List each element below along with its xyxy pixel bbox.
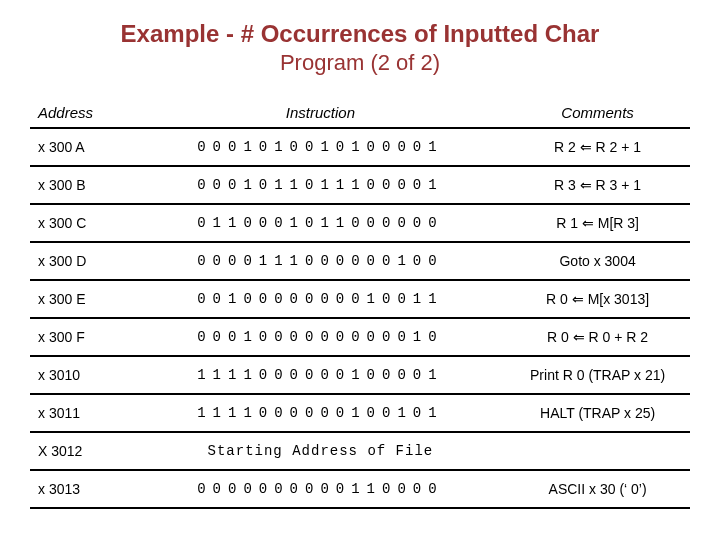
cell-address: x 3010 [30, 356, 136, 394]
program-table: Address Instruction Comments x 300 A0001… [30, 94, 690, 509]
cell-address: X 3012 [30, 432, 136, 470]
cell-instruction: 0110001011000000 [136, 204, 506, 242]
col-header-address: Address [30, 94, 136, 128]
cell-instruction: 0000111000000100 [136, 242, 506, 280]
cell-address: x 300 B [30, 166, 136, 204]
cell-instruction: 1111000000100001 [136, 356, 506, 394]
col-header-comments: Comments [505, 94, 690, 128]
table-row: x 30101111000000100001Print R 0 (TRAP x … [30, 356, 690, 394]
slide-subtitle: Program (2 of 2) [30, 50, 690, 76]
cell-address: x 300 E [30, 280, 136, 318]
cell-comment: R 0 ⇐ M[x 3013] [505, 280, 690, 318]
cell-instruction: 0001000000000010 [136, 318, 506, 356]
table-row: x 300 B0001011011100001R 3 ⇐ R 3 + 1 [30, 166, 690, 204]
table-row: x 30130000000000110000ASCII x 30 (‘ 0’) [30, 470, 690, 508]
cell-address: x 300 F [30, 318, 136, 356]
table-header-row: Address Instruction Comments [30, 94, 690, 128]
cell-address: x 300 D [30, 242, 136, 280]
cell-comment [505, 432, 690, 470]
slide: Example - # Occurrences of Inputted Char… [0, 0, 720, 509]
table-row: x 300 C0110001011000000R 1 ⇐ M[R 3] [30, 204, 690, 242]
cell-comment: ASCII x 30 (‘ 0’) [505, 470, 690, 508]
cell-comment: R 3 ⇐ R 3 + 1 [505, 166, 690, 204]
table-row: x 300 F0001000000000010R 0 ⇐ R 0 + R 2 [30, 318, 690, 356]
cell-comment: R 0 ⇐ R 0 + R 2 [505, 318, 690, 356]
cell-comment: R 2 ⇐ R 2 + 1 [505, 128, 690, 166]
cell-instruction: 0010000000010011 [136, 280, 506, 318]
table-row: x 300 E0010000000010011R 0 ⇐ M[x 3013] [30, 280, 690, 318]
cell-comment: HALT (TRAP x 25) [505, 394, 690, 432]
cell-instruction: 0001011011100001 [136, 166, 506, 204]
slide-title: Example - # Occurrences of Inputted Char [30, 20, 690, 48]
cell-address: x 300 C [30, 204, 136, 242]
cell-address: x 3011 [30, 394, 136, 432]
col-header-instruction: Instruction [136, 94, 506, 128]
table-row: x 30111111000000100101HALT (TRAP x 25) [30, 394, 690, 432]
cell-instruction: 0001010010100001 [136, 128, 506, 166]
cell-address: x 300 A [30, 128, 136, 166]
cell-instruction: 1111000000100101 [136, 394, 506, 432]
cell-comment: R 1 ⇐ M[R 3] [505, 204, 690, 242]
table-row: X 3012Starting Address of File [30, 432, 690, 470]
cell-comment: Print R 0 (TRAP x 21) [505, 356, 690, 394]
cell-address: x 3013 [30, 470, 136, 508]
table-row: x 300 D0000111000000100Goto x 3004 [30, 242, 690, 280]
cell-instruction: 0000000000110000 [136, 470, 506, 508]
cell-instruction: Starting Address of File [136, 432, 506, 470]
table-row: x 300 A0001010010100001R 2 ⇐ R 2 + 1 [30, 128, 690, 166]
cell-comment: Goto x 3004 [505, 242, 690, 280]
